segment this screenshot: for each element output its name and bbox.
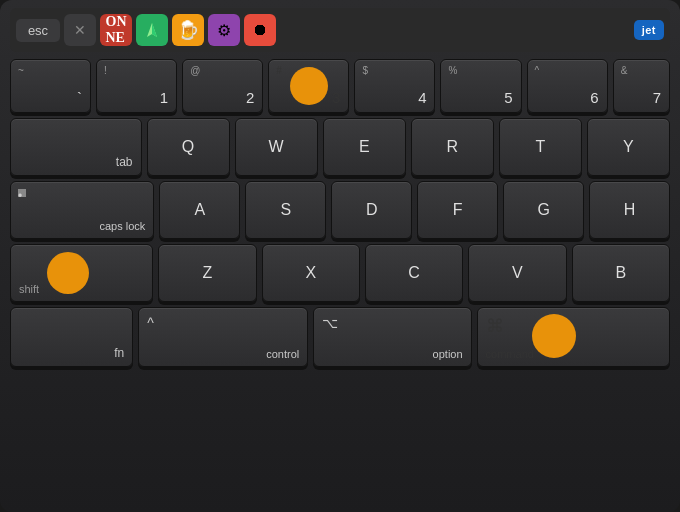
bottom-row: fn ^ control ⌥ option ⌘ command (10, 307, 670, 367)
tb-app-settings[interactable]: ⚙ (208, 14, 240, 46)
key-2[interactable]: @ 2 (182, 59, 263, 113)
key-r[interactable]: R (411, 118, 494, 176)
highlight-dot-shift (47, 252, 89, 294)
control-symbol: ^ (147, 315, 154, 331)
key-t[interactable]: T (499, 118, 582, 176)
key-s[interactable]: S (245, 181, 326, 239)
key-a[interactable]: A (159, 181, 240, 239)
zxcv-row: shift Z X C V B (10, 244, 670, 302)
tb-close-icon[interactable]: ✕ (64, 14, 96, 46)
tb-app-green[interactable] (136, 14, 168, 46)
number-row: ~ ` ! 1 @ 2 # 3 $ 4 % 5 ^ 6 & 7 (10, 59, 670, 113)
key-x[interactable]: X (262, 244, 360, 302)
option-label: option (433, 348, 463, 360)
svg-marker-1 (152, 23, 157, 37)
key-control[interactable]: ^ control (138, 307, 308, 367)
option-symbol: ⌥ (322, 315, 338, 331)
capslock-label: caps lock (99, 220, 145, 232)
key-capslock[interactable]: • caps lock (10, 181, 154, 239)
highlight-dot-3 (290, 67, 328, 105)
shift-label: shift (19, 283, 39, 295)
key-z[interactable]: Z (158, 244, 256, 302)
tab-label: tab (116, 155, 133, 169)
key-v[interactable]: V (468, 244, 566, 302)
key-w[interactable]: W (235, 118, 318, 176)
key-y[interactable]: Y (587, 118, 670, 176)
key-q[interactable]: Q (147, 118, 230, 176)
fn-label: fn (114, 346, 124, 360)
key-1[interactable]: ! 1 (96, 59, 177, 113)
key-5[interactable]: % 5 (440, 59, 521, 113)
tb-app-red[interactable]: ONNE (100, 14, 132, 46)
key-4[interactable]: $ 4 (354, 59, 435, 113)
tb-jet-label[interactable]: jet (634, 20, 664, 40)
caps-indicator: • (18, 189, 26, 197)
tb-app-beer[interactable]: 🍺 (172, 14, 204, 46)
key-3[interactable]: # 3 (268, 59, 349, 113)
touch-bar: esc ✕ ONNE 🍺 ⚙ ⏺ jet (10, 8, 670, 52)
tb-app-record[interactable]: ⏺ (244, 14, 276, 46)
key-tab[interactable]: tab (10, 118, 142, 176)
key-6[interactable]: ^ 6 (527, 59, 608, 113)
key-backtick[interactable]: ~ ` (10, 59, 91, 113)
key-g[interactable]: G (503, 181, 584, 239)
key-option[interactable]: ⌥ option (313, 307, 471, 367)
key-b[interactable]: B (572, 244, 670, 302)
key-fn[interactable]: fn (10, 307, 133, 367)
qwerty-row: tab Q W E R T Y (10, 118, 670, 176)
key-f[interactable]: F (417, 181, 498, 239)
key-e[interactable]: E (323, 118, 406, 176)
command-symbol: ⌘ (486, 315, 504, 337)
key-shift-left[interactable]: shift (10, 244, 153, 302)
key-h[interactable]: H (589, 181, 670, 239)
key-c[interactable]: C (365, 244, 463, 302)
control-label: control (266, 348, 299, 360)
key-d[interactable]: D (331, 181, 412, 239)
key-7[interactable]: & 7 (613, 59, 670, 113)
asdf-row: • caps lock A S D F G H (10, 181, 670, 239)
key-command[interactable]: ⌘ command (477, 307, 670, 367)
esc-key[interactable]: esc (16, 19, 60, 42)
keyboard: esc ✕ ONNE 🍺 ⚙ ⏺ jet ~ ` ! 1 @ 2 # 3 (0, 0, 680, 512)
command-label: command (486, 348, 534, 360)
highlight-dot-command (532, 314, 576, 358)
